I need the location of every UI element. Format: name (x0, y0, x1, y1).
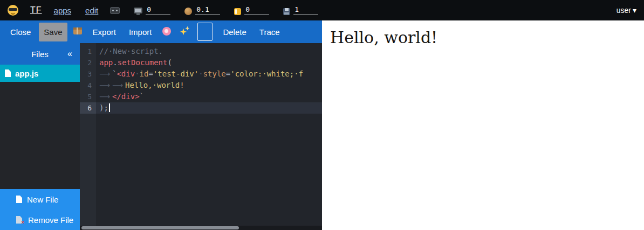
user-label: user (616, 6, 631, 15)
main-area: CloseSaveExportImportDeleteTrace Files «… (0, 20, 644, 230)
preview-text: Hello, world! (330, 28, 639, 47)
scrollbar-thumb[interactable] (81, 226, 239, 229)
editor-body: Files « app.js New FileRemove File 12345… (0, 43, 322, 230)
sparkles-button[interactable] (177, 24, 192, 40)
stat-storage: 1 (283, 5, 318, 15)
code-token: ` (140, 92, 144, 101)
user-menu[interactable]: user ▾ (616, 6, 636, 15)
export-button[interactable]: Export (88, 23, 121, 41)
pink-swirl-icon (162, 27, 171, 36)
stat-memory-value: 0.1 (195, 5, 220, 15)
topbar-stats: 00.101 (134, 5, 318, 15)
close-button[interactable]: Close (5, 23, 36, 41)
app-root: TF appsedit 00.101 user ▾ CloseSaveExpor… (0, 0, 644, 230)
mug-icon (184, 8, 192, 15)
stat-memory: 0.1 (184, 5, 220, 15)
code-token: 'test-div' (153, 69, 198, 78)
control-knobs-icon[interactable] (110, 7, 120, 14)
code-line-1[interactable]: //·New·script. (96, 46, 322, 57)
caret-down-icon: ▾ (633, 6, 636, 15)
sparkles-icon (180, 26, 189, 36)
code-token: ); (99, 103, 108, 112)
code-token: <div (117, 69, 135, 78)
line-number-5: 5 (80, 91, 96, 102)
code-line-6[interactable]: ); (96, 102, 322, 114)
code-token: id (140, 69, 149, 78)
notebook-icon (234, 8, 241, 15)
package-button[interactable] (71, 25, 85, 38)
stat-tasks: 0 (234, 5, 269, 15)
files-sidebar: Files « app.js New FileRemove File (0, 43, 80, 230)
delete-button[interactable]: Delete (218, 23, 251, 41)
code-token: Hello,·world! (125, 81, 184, 89)
code-line-3[interactable]: ⟶`<div·id='test-div'·style='color:·white… (96, 68, 322, 80)
nav-link-apps[interactable]: apps (54, 6, 72, 15)
code-token: = (148, 69, 153, 78)
code-token: = (226, 69, 230, 78)
stat-cpu-value: 0 (146, 5, 170, 15)
collapse-sidebar-icon[interactable]: « (67, 49, 72, 59)
file-list: app.js (0, 65, 80, 189)
pink-swirl-button[interactable] (160, 25, 174, 39)
package-icon (73, 27, 82, 34)
code-editor[interactable]: 123456 //·New·script.app.setDocument(⟶`<… (80, 43, 322, 230)
stat-tasks-value: 0 (244, 5, 269, 15)
line-number-4: 4 (80, 80, 96, 91)
new-file-icon (16, 196, 22, 203)
code-line-4[interactable]: ⟶⟶Hello,·world! (96, 80, 322, 91)
editor-toolbar: CloseSaveExportImportDeleteTrace (0, 20, 322, 43)
floppy-icon (283, 8, 290, 15)
code-token: 'color:·white;·f (230, 69, 303, 78)
tab-whitespace-icon: ⟶ (99, 91, 112, 102)
code-area[interactable]: //·New·script.app.setDocument(⟶`<div·id=… (96, 43, 322, 230)
stat-cpu: 0 (134, 5, 170, 15)
file-icon (5, 69, 11, 77)
code-token: . (113, 58, 117, 67)
horizontal-scrollbar[interactable] (80, 226, 322, 230)
line-number-6: 6 (80, 102, 96, 114)
file-item-app.js[interactable]: app.js (0, 65, 80, 82)
line-number-1: 1 (80, 46, 96, 57)
trace-button[interactable]: Trace (255, 23, 285, 41)
preview-panel: Hello, world! (322, 20, 644, 230)
line-number-3: 3 (80, 68, 96, 80)
import-button[interactable]: Import (124, 23, 157, 41)
code-line-5[interactable]: ⟶</div>` (96, 91, 322, 102)
tab-whitespace-icon: ⟶ (112, 80, 125, 91)
smiley-sunglasses-icon (8, 5, 18, 16)
tab-whitespace-icon: ⟶ (99, 80, 112, 91)
remove-file-button[interactable]: Remove File (0, 210, 80, 230)
topbar-nav: appsedit (54, 6, 99, 15)
line-number-gutter: 123456 (80, 43, 96, 230)
files-title: Files (31, 50, 49, 59)
code-line-2[interactable]: app.setDocument( (96, 57, 322, 68)
stat-storage-value: 1 (293, 5, 318, 15)
code-token: </div> (112, 92, 140, 101)
code-token: · (198, 69, 203, 78)
new-file-label: New File (27, 195, 58, 204)
code-token: ( (167, 58, 172, 67)
code-token: setDocument (118, 58, 168, 67)
remove-file-icon (16, 216, 23, 224)
nav-link-edit[interactable]: edit (85, 6, 98, 15)
topbar: TF appsedit 00.101 user ▾ (0, 0, 644, 20)
files-header: Files « (0, 43, 80, 65)
code-token: app (99, 58, 113, 67)
save-button[interactable]: Save (39, 23, 67, 41)
app-icon-button[interactable] (197, 23, 213, 41)
editor-pane: CloseSaveExportImportDeleteTrace Files «… (0, 20, 322, 230)
remove-file-label: Remove File (28, 215, 73, 225)
monitor-icon (134, 8, 142, 13)
file-name: app.js (15, 69, 38, 78)
brand-link[interactable]: TF (30, 5, 42, 15)
text-cursor (109, 103, 110, 112)
tab-whitespace-icon: ⟶ (99, 68, 112, 80)
code-token: · (135, 69, 139, 78)
line-number-2: 2 (80, 57, 96, 68)
code-token: //·New·script. (99, 47, 163, 55)
new-file-button[interactable]: New File (0, 189, 80, 210)
file-actions: New FileRemove File (0, 189, 80, 230)
code-token: style (203, 69, 226, 78)
